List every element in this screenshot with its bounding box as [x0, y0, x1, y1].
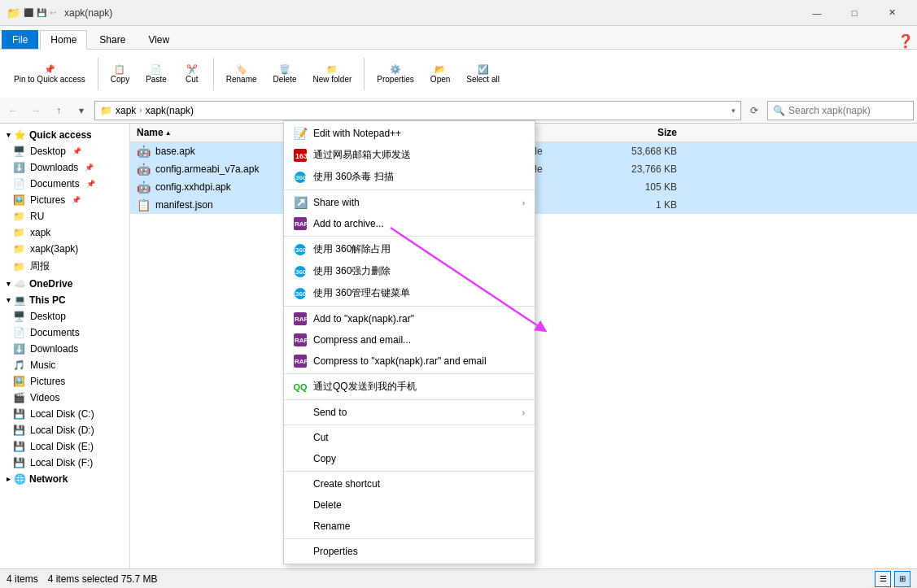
new-folder-btn[interactable]: 📁 New folder — [305, 60, 359, 88]
pin-indicator-3: 📌 — [86, 180, 95, 188]
sidebar-item-videos-pc[interactable]: 🎬 Videos — [0, 390, 129, 406]
sidebar-item-ru[interactable]: 📁 RU — [0, 208, 129, 224]
ctx-360-delete-label: 使用 360强力删除 — [313, 264, 391, 278]
sidebar-item-local-disk-f[interactable]: 💾 Local Disk (F:) — [0, 455, 129, 471]
sidebar-item-weeklyreport[interactable]: 📁 周报 — [0, 257, 129, 276]
back-button[interactable]: ← — [3, 101, 23, 120]
properties-btn[interactable]: ⚙️ Properties — [369, 60, 421, 88]
ctx-360-scan[interactable]: 360 使用 360杀毒 扫描 — [284, 166, 535, 188]
breadcrumb-current[interactable]: xapk(napk) — [146, 105, 194, 116]
ctx-copy[interactable]: Copy — [284, 448, 535, 469]
detail-view-button[interactable]: ⊞ — [894, 571, 910, 587]
ctx-cut[interactable]: Cut — [284, 427, 535, 448]
tab-view[interactable]: View — [138, 30, 180, 49]
copy-btn[interactable]: 📋 Copy — [103, 60, 137, 88]
folder-ru-icon: 📁 — [13, 211, 25, 222]
tab-file[interactable]: File — [2, 30, 38, 49]
svg-text:360: 360 — [295, 268, 307, 276]
svg-text:360: 360 — [295, 246, 307, 254]
network-header[interactable]: ▸ 🌐 Network — [0, 471, 129, 487]
sidebar-item-local-disk-d[interactable]: 💾 Local Disk (D:) — [0, 422, 129, 438]
sidebar-item-pictures-quick[interactable]: 🖼️ Pictures 📌 — [0, 192, 129, 208]
rar-add-icon: RAR — [294, 312, 307, 325]
select-all-btn[interactable]: ☑️ Select all — [459, 60, 507, 88]
onedrive-header[interactable]: ▾ ☁️ OneDrive — [0, 276, 129, 292]
status-bar: 4 items 4 items selected 75.7 MB ☰ ⊞ — [0, 568, 917, 588]
ctx-add-archive[interactable]: RAR Add to archive... — [284, 213, 535, 234]
selected-info: 4 items selected 75.7 MB — [48, 573, 158, 585]
this-pc-header[interactable]: ▾ 💻 This PC — [0, 292, 129, 308]
ctx-360-menu[interactable]: 360 使用 360管理右键菜单 — [284, 282, 535, 304]
open-btn[interactable]: 📂 Open — [423, 60, 457, 88]
file-size-2: 23,766 KB — [602, 163, 683, 175]
item-count: 4 items — [7, 573, 38, 585]
ctx-email-163[interactable]: 163 通过网易邮箱大师发送 — [284, 144, 535, 166]
ctx-delete[interactable]: Delete — [284, 494, 535, 516]
ctx-qq-send[interactable]: QQ 通过QQ发送到我的手机 — [284, 376, 535, 398]
sidebar-item-xapk3apk[interactable]: 📁 xapk(3apk) — [0, 241, 129, 257]
close-button[interactable]: ✕ — [873, 0, 910, 26]
sidebar-item-desktop-pc[interactable]: 🖥️ Desktop — [0, 308, 129, 324]
breadcrumb-separator: › — [139, 106, 142, 115]
ctx-create-shortcut-label: Create shortcut — [313, 478, 380, 490]
ctx-send-to[interactable]: Send to › — [284, 402, 535, 423]
sidebar-item-desktop-quick[interactable]: 🖥️ Desktop 📌 — [0, 143, 129, 159]
apk-file-icon: 🤖 — [137, 145, 151, 158]
forward-button[interactable]: → — [26, 101, 46, 120]
desktop-pc-icon: 🖥️ — [13, 311, 25, 322]
ctx-edit-notepad[interactable]: 📝 Edit with Notepad++ — [284, 123, 535, 144]
sidebar-item-documents-pc[interactable]: 📄 Documents — [0, 324, 129, 341]
ctx-compress-rar-email[interactable]: RAR Compress to "xapk(napk).rar" and ema… — [284, 351, 535, 372]
delete-icon: 🗑️ — [279, 64, 290, 75]
ctx-share-with[interactable]: ↗️ Share with › — [284, 192, 535, 213]
ctx-compress-email[interactable]: RAR Compress and email... — [284, 329, 535, 351]
svg-text:163: 163 — [295, 152, 307, 160]
minimize-button[interactable]: — — [798, 0, 836, 26]
sidebar-item-downloads-quick[interactable]: ⬇️ Downloads 📌 — [0, 159, 129, 176]
ctx-360-delete[interactable]: 360 使用 360强力删除 — [284, 260, 535, 282]
paste-btn[interactable]: 📄 Paste — [138, 60, 174, 88]
sidebar-item-local-disk-c[interactable]: 💾 Local Disk (C:) — [0, 406, 129, 422]
address-dropdown-arrow[interactable]: ▾ — [731, 107, 736, 115]
sidebar-item-music-pc[interactable]: 🎵 Music — [0, 357, 129, 373]
ctx-properties[interactable]: Properties — [284, 541, 535, 562]
up-button[interactable]: ↑ — [49, 101, 68, 120]
pin-to-quick-access-btn[interactable]: 📌 Pin to Quick access — [7, 60, 93, 88]
ctx-360-free[interactable]: 360 使用 360解除占用 — [284, 238, 535, 260]
maximize-button[interactable]: □ — [836, 0, 873, 26]
file-name-text-2: config.armeabi_v7a.apk — [155, 163, 259, 175]
sidebar-item-pictures-pc[interactable]: 🖼️ Pictures — [0, 373, 129, 390]
search-box[interactable]: 🔍 — [767, 101, 914, 120]
ctx-sep-5 — [284, 399, 535, 400]
sidebar-item-downloads-pc[interactable]: ⬇️ Downloads — [0, 341, 129, 357]
list-view-button[interactable]: ☰ — [875, 571, 891, 587]
cut-btn[interactable]: ✂️ Cut — [176, 60, 208, 88]
ctx-sep-8 — [284, 538, 535, 539]
breadcrumb-xapk[interactable]: xapk — [116, 105, 136, 116]
ctx-rename[interactable]: Rename — [284, 516, 535, 537]
ctx-qq-send-label: 通过QQ发送到我的手机 — [313, 380, 417, 394]
breadcrumb: xapk › xapk(napk) — [116, 105, 194, 116]
pin-indicator-2: 📌 — [85, 163, 94, 172]
quick-access-header[interactable]: ▾ ⭐ Quick access — [0, 127, 129, 143]
delete-btn[interactable]: 🗑️ Delete — [266, 60, 304, 88]
sidebar-item-documents-quick[interactable]: 📄 Documents 📌 — [0, 176, 129, 192]
ctx-add-rar[interactable]: RAR Add to "xapk(napk).rar" — [284, 308, 535, 329]
col-size-header[interactable]: Size — [602, 127, 683, 138]
tab-home[interactable]: Home — [40, 30, 87, 50]
help-icon[interactable]: ❓ — [897, 33, 914, 49]
file-name-text-3: config.xxhdpi.apk — [155, 181, 231, 193]
sidebar-item-local-disk-e[interactable]: 💾 Local Disk (E:) — [0, 438, 129, 455]
quick-access-icon: ⬛ — [24, 8, 33, 17]
ctx-create-shortcut[interactable]: Create shortcut — [284, 473, 535, 494]
refresh-button[interactable]: ⟳ — [745, 101, 764, 120]
search-input[interactable] — [788, 105, 902, 116]
recent-locations-button[interactable]: ▾ — [72, 101, 91, 120]
sidebar-item-xapk[interactable]: 📁 xapk — [0, 224, 129, 241]
context-menu: 📝 Edit with Notepad++ 163 通过网易邮箱大师发送 360… — [283, 120, 535, 564]
tab-share[interactable]: Share — [89, 30, 136, 49]
rename-btn[interactable]: 🏷️ Rename — [219, 60, 264, 88]
search-icon: 🔍 — [773, 105, 785, 116]
address-box[interactable]: 📁 xapk › xapk(napk) ▾ — [94, 101, 741, 120]
network-expand: ▸ — [7, 475, 11, 483]
